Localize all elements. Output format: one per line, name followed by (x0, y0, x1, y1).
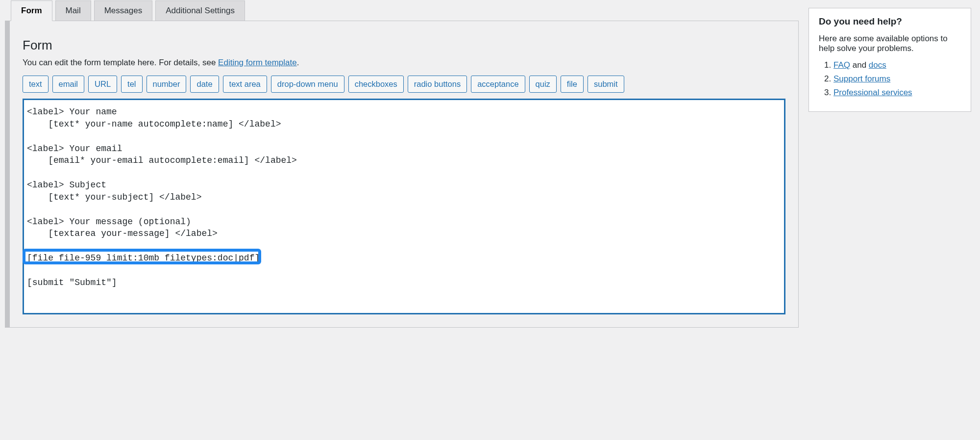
tag-button-url[interactable]: URL (88, 76, 117, 93)
panel-desc-suffix: . (297, 58, 299, 67)
tab-mail[interactable]: Mail (55, 0, 91, 21)
tag-button-drop-down-menu[interactable]: drop-down menu (271, 76, 344, 93)
code-line: [file file-959 limit:10mb filetypes:doc|… (27, 252, 781, 264)
tag-button-acceptance[interactable]: acceptance (471, 76, 525, 93)
help-link[interactable]: FAQ (833, 60, 850, 70)
help-link[interactable]: docs (869, 60, 886, 70)
form-panel: Form You can edit the form template here… (5, 21, 799, 328)
panel-heading: Form (23, 38, 785, 53)
code-line: <label> Subject (27, 179, 781, 191)
help-item: Professional services (833, 88, 961, 98)
tag-button-submit[interactable]: submit (588, 76, 624, 93)
help-item-text: and (850, 60, 869, 70)
help-intro: Here are some available options to help … (819, 34, 961, 53)
code-line (27, 130, 781, 143)
code-line: [submit "Submit"] (27, 277, 781, 289)
help-link[interactable]: Support forums (833, 74, 890, 83)
code-line (27, 204, 781, 216)
help-title: Do you need help? (819, 16, 961, 27)
code-line (27, 167, 781, 179)
help-sidebar-box: Do you need help? Here are some availabl… (808, 8, 971, 112)
code-line: [text* your-name autocomplete:name] </la… (27, 118, 781, 130)
form-template-textarea[interactable]: <label> Your name [text* your-name autoc… (23, 99, 785, 314)
tag-button-file[interactable]: file (561, 76, 584, 93)
tab-messages[interactable]: Messages (94, 0, 152, 21)
tag-button-tel[interactable]: tel (121, 76, 142, 93)
tab-additional-settings[interactable]: Additional Settings (155, 0, 245, 21)
form-tag-generator-buttons: textemailURLtelnumberdatetext areadrop-d… (23, 76, 785, 93)
code-line: <label> Your name (27, 106, 781, 118)
editor-tabs: FormMailMessagesAdditional Settings (11, 0, 799, 21)
panel-desc-prefix: You can edit the form template here. For… (23, 58, 218, 67)
code-line: [text* your-subject] </label> (27, 191, 781, 204)
code-line: [email* your-email autocomplete:email] <… (27, 155, 781, 167)
code-line: <label> Your email (27, 143, 781, 155)
tag-button-email[interactable]: email (52, 76, 84, 93)
tag-button-date[interactable]: date (190, 76, 219, 93)
editing-form-template-link[interactable]: Editing form template (218, 58, 297, 67)
panel-description: You can edit the form template here. For… (23, 58, 785, 68)
help-item: FAQ and docs (833, 60, 961, 70)
tag-button-text-area[interactable]: text area (223, 76, 267, 93)
help-item: Support forums (833, 74, 961, 84)
tag-button-quiz[interactable]: quiz (529, 76, 557, 93)
help-link[interactable]: Professional services (833, 88, 912, 97)
tag-button-radio-buttons[interactable]: radio buttons (408, 76, 467, 93)
code-line: [textarea your-message] </label> (27, 228, 781, 240)
tag-button-text[interactable]: text (23, 76, 49, 93)
code-line (27, 240, 781, 252)
tag-button-number[interactable]: number (147, 76, 187, 93)
tag-button-checkboxes[interactable]: checkboxes (348, 76, 404, 93)
code-line: <label> Your message (optional) (27, 216, 781, 228)
code-line (27, 264, 781, 277)
help-options-list: FAQ and docsSupport forumsProfessional s… (819, 60, 961, 98)
tab-form[interactable]: Form (11, 0, 52, 21)
